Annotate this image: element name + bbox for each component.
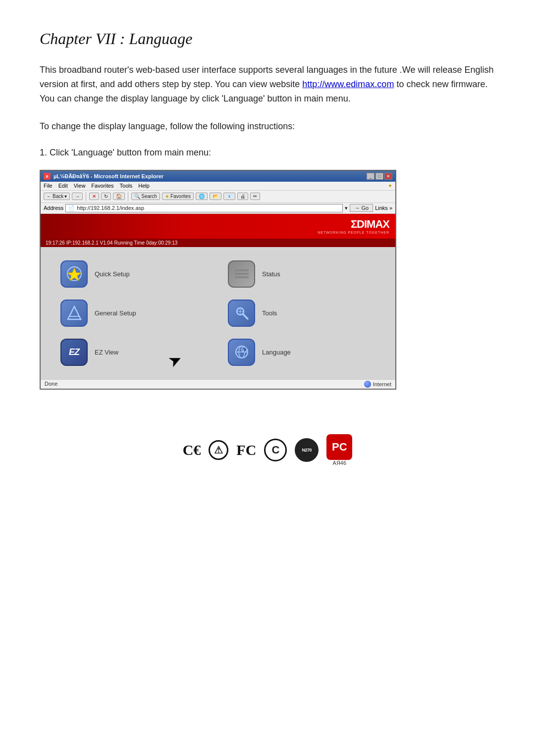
window-controls[interactable]: _ □ ✕ (367, 173, 392, 180)
search-label: Search (141, 194, 157, 199)
menu-help[interactable]: Help (138, 183, 150, 189)
chapter-title: Chapter VII : Language (40, 30, 495, 48)
mail-icon: 📧 (226, 194, 232, 199)
status-icon (228, 260, 255, 288)
tools-icon (228, 300, 255, 327)
stop-button[interactable]: ✕ (89, 193, 99, 200)
menu-tools[interactable]: Tools (120, 183, 133, 189)
address-bar: Address 📄 http://192.168.2.1/index.asp ▾… (41, 203, 395, 214)
ar46-label: AЯ46 (333, 460, 347, 466)
mail-button[interactable]: 📧 (223, 193, 235, 200)
pc-logo-wrapper: PC AЯ46 (326, 434, 352, 466)
window-title: µL¼ÐÃÐ¤åŸ6 - Microsoft Internet Explorer (54, 173, 163, 179)
star-icon: ★ (165, 194, 169, 199)
go-label: Go (361, 205, 369, 211)
toolbar-separator-2 (128, 192, 128, 201)
status-item[interactable]: Status (228, 254, 375, 294)
general-setup-icon (60, 300, 88, 327)
language-icon: i (228, 339, 255, 366)
ez-view-label: EZ View (95, 349, 118, 356)
links-label: Links » (375, 205, 392, 211)
router-ui: ΣDIMAX NETWORKING PEOPLE TOGETHER 19:17:… (41, 214, 395, 379)
media-icon: 🌐 (199, 194, 205, 199)
back-label: Back (53, 194, 63, 199)
home-button[interactable]: 🏠 (113, 193, 125, 200)
print-icon: 🖨 (240, 194, 245, 199)
language-label: Language (262, 349, 291, 356)
browser-statusbar: Done Internet (41, 379, 395, 389)
internet-status: Internet (364, 381, 391, 388)
history-button[interactable]: 📂 (210, 193, 221, 200)
svg-text:i: i (243, 348, 244, 353)
router-status-text: 19:17:26 IP:192.168.2.1 V1.04 Running Ti… (46, 240, 177, 246)
menu-file[interactable]: File (44, 183, 53, 189)
maximize-button[interactable]: □ (375, 173, 383, 180)
go-button[interactable]: → Go (350, 204, 373, 212)
address-label: Address (44, 205, 63, 211)
language-item[interactable]: i Language (228, 333, 375, 372)
ce-logo: C€ (183, 442, 201, 458)
page-icon: 📄 (68, 205, 75, 211)
intro-paragraph: This broadband router's web-based user i… (40, 63, 495, 105)
general-setup-item[interactable]: General Setup (60, 294, 208, 333)
toolbar-separator-1 (86, 192, 86, 201)
refresh-icon: ↻ (104, 194, 108, 199)
internet-globe-icon (364, 381, 371, 388)
refresh-button[interactable]: ↻ (101, 193, 111, 200)
print-button[interactable]: 🖨 (237, 193, 248, 200)
stop-icon: ✕ (92, 194, 96, 199)
done-status: Done (45, 381, 57, 388)
tools-label: Tools (262, 309, 277, 317)
address-input-field[interactable]: 📄 http://192.168.2.1/index.asp (65, 204, 343, 212)
browser-title-bar: e µL¼ÐÃÐ¤åŸ6 - Microsoft Internet Explor… (41, 171, 395, 182)
pc-logo: PC (326, 434, 352, 460)
menu-favorites[interactable]: Favorites (91, 183, 113, 189)
browser-menubar: File Edit View Favorites Tools Help ✦ (41, 182, 395, 191)
quick-setup-item[interactable]: Quick Setup (60, 254, 208, 294)
router-status-bar: 19:17:26 IP:192.168.2.1 V1.04 Running Ti… (41, 239, 395, 247)
forward-button[interactable]: → (72, 193, 83, 200)
internet-label: Internet (373, 381, 391, 387)
address-url: http://192.168.2.1/index.asp (77, 205, 144, 211)
close-button[interactable]: ✕ (384, 173, 392, 180)
tools-item[interactable]: Tools (228, 294, 375, 333)
search-button[interactable]: 🔍 Search (131, 193, 160, 200)
svg-line-5 (243, 314, 248, 319)
edimax-link[interactable]: http://www.edimax.com (302, 79, 394, 89)
media-button[interactable]: 🌐 (196, 193, 208, 200)
menu-view[interactable]: View (74, 183, 86, 189)
minimize-button[interactable]: _ (367, 173, 374, 180)
ez-view-item[interactable]: EZ EZ View ➤ (60, 333, 208, 372)
router-header: ΣDIMAX NETWORKING PEOPLE TOGETHER (41, 214, 395, 239)
c-tick-logo: C (264, 439, 287, 461)
language-arrow-annotation: ➤ (165, 349, 185, 371)
browser-toolbar: ← Back ▾ → ✕ ↻ 🏠 🔍 Search ★ (41, 191, 395, 203)
step1-text: 1. Click 'Language' button from main men… (40, 146, 495, 160)
search-icon: 🔍 (134, 194, 140, 199)
ez-view-icon: EZ (60, 339, 88, 366)
instruction-text: To change the display language, follow t… (40, 119, 495, 134)
history-icon: 📂 (213, 194, 218, 199)
menu-edit[interactable]: Edit (58, 183, 68, 189)
browser-window: e µL¼ÐÃÐ¤åŸ6 - Microsoft Internet Explor… (40, 170, 396, 390)
ie-icon: e (44, 173, 51, 180)
n270-logo: N270 (295, 438, 319, 462)
back-arrow-icon: ← (47, 194, 52, 199)
fcc-logo: FC (236, 442, 256, 458)
edimax-tagline: NETWORKING PEOPLE TOGETHER (318, 231, 389, 234)
edit-icon: ✏ (253, 194, 257, 199)
certification-logos: C€ ⚠ FC C N270 PC AЯ46 (40, 404, 495, 486)
quick-setup-label: Quick Setup (95, 270, 130, 278)
svg-marker-2 (68, 306, 81, 319)
ie-logo-icon: ✦ (388, 183, 392, 189)
favorites-button[interactable]: ★ Favorites (162, 193, 194, 200)
dropdown-icon: ▾ (64, 194, 67, 199)
back-button[interactable]: ← Back ▾ (44, 193, 70, 200)
edit-button[interactable]: ✏ (250, 193, 260, 200)
address-dropdown-arrow[interactable]: ▾ (345, 205, 348, 211)
edimax-logo: ΣDIMAX (318, 218, 389, 231)
home-icon: 🏠 (116, 194, 122, 199)
favorites-label: Favorites (170, 194, 191, 199)
general-setup-label: General Setup (95, 309, 136, 317)
router-menu-grid: Quick Setup Status (41, 247, 395, 379)
